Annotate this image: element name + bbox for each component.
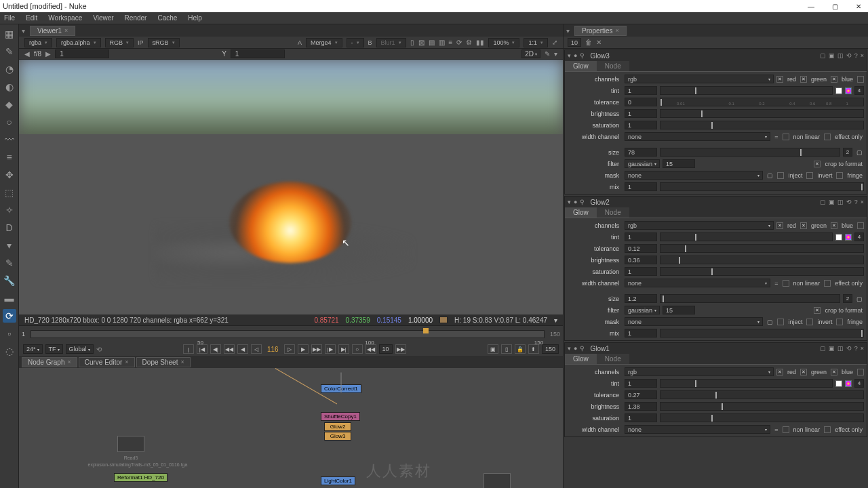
play-fwd-button[interactable]: ▶	[298, 344, 309, 354]
revert-icon[interactable]: ⟲	[846, 52, 852, 59]
close-all-icon[interactable]: ✕	[596, 39, 601, 46]
inject-checkbox[interactable]	[777, 172, 784, 179]
width-channel-dropdown[interactable]: none	[625, 425, 770, 434]
skip-back-button[interactable]: ◀◀	[366, 344, 376, 354]
tint-slider[interactable]	[660, 86, 833, 95]
ratio-dropdown[interactable]: 1:1	[524, 38, 548, 47]
tolerance-slider[interactable]	[660, 244, 864, 253]
tolerance-input[interactable]: 0	[625, 98, 657, 106]
size-slider[interactable]	[660, 148, 840, 157]
close-icon[interactable]: ×	[180, 359, 184, 365]
channels-dropdown[interactable]: rgb	[625, 75, 774, 83]
help-icon[interactable]: ?	[854, 199, 858, 205]
max-panels-input[interactable]: 10	[568, 38, 581, 47]
tab-node[interactable]: Node	[597, 207, 629, 218]
link-icon[interactable]: ▢	[820, 52, 826, 59]
size-input[interactable]: 78	[625, 148, 657, 157]
size-input[interactable]: 1.2	[625, 294, 657, 303]
prev-key-button[interactable]: ◀|	[210, 344, 221, 354]
revert-icon[interactable]: ⟲	[846, 345, 852, 352]
end-frame-input[interactable]: 150	[542, 344, 559, 354]
brightness-slider[interactable]	[660, 109, 864, 118]
tool-curve-icon[interactable]: 〰	[3, 133, 16, 146]
tint-input[interactable]: 1	[625, 86, 657, 95]
brightness-slider[interactable]	[660, 402, 864, 411]
pencil-icon[interactable]: ✎	[545, 50, 550, 58]
close-panel-icon[interactable]: ×	[861, 345, 864, 352]
close-button[interactable]: ✕	[852, 3, 865, 10]
viewer-viewport[interactable]: ↖	[19, 60, 563, 314]
minimize-button[interactable]: —	[804, 3, 818, 10]
first-frame-button[interactable]: |◀	[197, 344, 208, 354]
tolerance-slider[interactable]	[660, 390, 864, 399]
close-icon[interactable]: ×	[64, 27, 68, 34]
tool-deep-icon[interactable]: D	[3, 221, 16, 235]
channel-swatch[interactable]	[857, 76, 864, 83]
scope-dropdown[interactable]: Global	[66, 344, 94, 354]
node-glow2[interactable]: Glow2	[324, 422, 351, 431]
tab-glow[interactable]: Glow	[565, 207, 597, 218]
tint-slider[interactable]	[660, 232, 833, 241]
roi-icon[interactable]: ▤	[429, 39, 435, 46]
step-fwd-button[interactable]: ▶▶	[311, 344, 322, 354]
red-checkbox[interactable]	[776, 369, 783, 375]
trash-icon[interactable]: 🗑	[585, 39, 592, 46]
size-2-button[interactable]: 2	[843, 148, 852, 157]
down-icon[interactable]: ▾	[554, 50, 557, 58]
tool-layers-icon[interactable]: ≡	[3, 150, 16, 164]
menu-help[interactable]: Help	[188, 14, 202, 22]
channel-swatch[interactable]	[857, 222, 864, 229]
brightness-input[interactable]: 0.36	[625, 256, 657, 264]
green-checkbox[interactable]	[800, 369, 807, 375]
blue-checkbox[interactable]	[831, 222, 837, 229]
timeline-track[interactable]: 50 100 150	[31, 330, 545, 338]
mask-dropdown[interactable]: none	[625, 171, 763, 180]
sync-icon[interactable]: ⟲	[96, 346, 102, 353]
center-icon[interactable]: ▣	[829, 199, 835, 205]
lock-icon[interactable]: ▾	[22, 27, 30, 35]
brightness-input[interactable]: 1	[625, 109, 657, 118]
tint-color-swatch[interactable]	[835, 234, 842, 241]
tool-cube-icon[interactable]: ⬚	[3, 186, 16, 199]
pause-icon[interactable]: ▮▮	[476, 39, 484, 46]
tint-color-swatch[interactable]	[835, 380, 842, 387]
saturation-slider[interactable]	[660, 413, 864, 422]
node-lightcolor[interactable]: LightColor1	[321, 476, 355, 485]
colorspace-dropdown[interactable]: sRGB	[148, 38, 180, 47]
frame-fwd-button[interactable]: ▷	[284, 344, 295, 354]
tolerance-input[interactable]: 0.12	[625, 244, 657, 253]
saturation-input[interactable]: 1	[625, 413, 657, 422]
y-input[interactable]: 1	[231, 49, 285, 58]
node-graph-viewport[interactable]: Read5 explosion-simulatingTrails-m3_05_0…	[19, 368, 563, 488]
channel-alpha-dropdown[interactable]: rgba.alpha	[56, 38, 101, 47]
tool-misc-icon[interactable]: ◌	[3, 344, 16, 358]
tool-other-icon[interactable]: ▬	[3, 291, 16, 305]
width-channel-dropdown[interactable]: none	[625, 279, 770, 287]
filter-dropdown[interactable]: gaussian	[625, 159, 660, 168]
menu-render[interactable]: Render	[125, 14, 147, 22]
tool-wrench-icon[interactable]: 🔧	[3, 274, 16, 287]
saturation-slider[interactable]	[660, 121, 864, 129]
tool-furnace-icon[interactable]: ⟳	[3, 309, 16, 323]
size-2-button[interactable]: 2	[843, 294, 852, 303]
viewer-tab[interactable]: Viewer1 ×	[30, 26, 75, 36]
color-wheel-icon[interactable]	[845, 380, 852, 387]
color-wheel-icon[interactable]	[845, 87, 852, 94]
nonlinear-checkbox[interactable]	[783, 280, 789, 287]
tab-dope-sheet[interactable]: Dope Sheet×	[136, 357, 191, 367]
center-icon[interactable]: ▣	[829, 52, 835, 59]
effectonly-checkbox[interactable]	[824, 134, 831, 140]
tab-curve-editor[interactable]: Curve Editor×	[79, 357, 135, 367]
inject-checkbox[interactable]	[777, 319, 784, 325]
tool-circle-icon[interactable]: ○	[3, 115, 16, 129]
channel-view-dropdown[interactable]: RGB	[105, 38, 134, 47]
green-checkbox[interactable]	[800, 76, 807, 83]
tint-input[interactable]: 1	[625, 379, 657, 388]
saturation-input[interactable]: 1	[625, 267, 657, 276]
expand-icon[interactable]: ⤢	[552, 39, 557, 46]
help-icon[interactable]: ?	[854, 52, 858, 59]
gear-icon[interactable]: ⚙	[466, 39, 472, 46]
channel-layer-dropdown[interactable]: rgba	[24, 38, 52, 47]
wand-icon[interactable]: ⚲	[580, 199, 585, 205]
flipbook-button[interactable]: ▯	[501, 344, 512, 354]
